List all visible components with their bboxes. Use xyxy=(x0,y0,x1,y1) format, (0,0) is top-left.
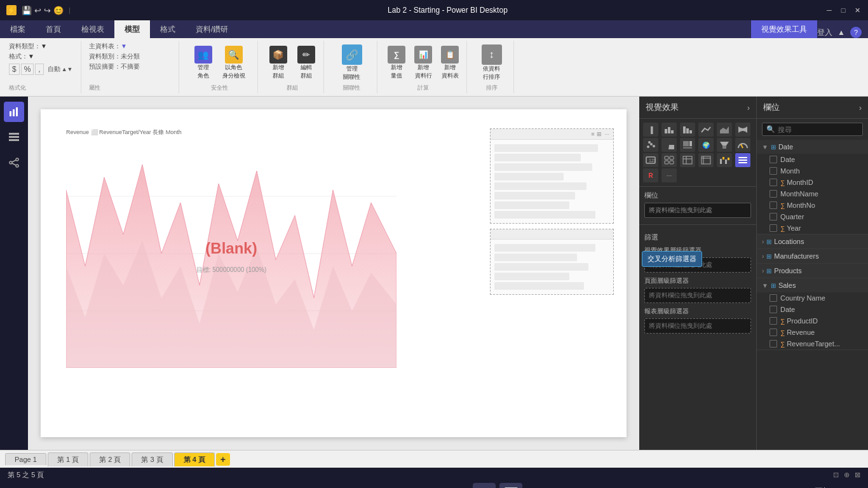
field-sales-revenue[interactable]: ∑ Revenue xyxy=(757,327,868,338)
sort-by-column-btn[interactable]: ↕ 依資料行排序 xyxy=(479,43,505,83)
close-btn[interactable]: ✕ xyxy=(853,6,862,15)
field-group-sales-header[interactable]: ▼ ⊞ Sales xyxy=(757,278,868,292)
taskbar-clock[interactable]: 下午 03:31 2017/2/15 xyxy=(815,486,849,489)
new-measure-btn[interactable]: ∑ 新增量值 xyxy=(385,44,408,81)
taskbar-spotify[interactable]: 🎵 xyxy=(313,483,336,488)
field-sales-countryname[interactable]: Country Name xyxy=(757,292,868,304)
viz-card[interactable]: 123 xyxy=(643,153,658,167)
field-checkbox[interactable] xyxy=(770,167,777,175)
page-filter-drop[interactable]: 將資料欄位拖曳到此處 xyxy=(644,288,751,303)
viz-slicer[interactable] xyxy=(735,153,750,167)
tab-visual-tools[interactable]: 視覺效果工具 xyxy=(751,20,817,38)
viz-gauge[interactable] xyxy=(735,138,750,152)
field-checkbox[interactable] xyxy=(770,224,777,232)
taskbar-onenote[interactable]: ✍ xyxy=(419,483,442,488)
tab-page4[interactable]: 第 3 頁 xyxy=(132,452,172,466)
field-checkbox[interactable] xyxy=(770,201,777,209)
tab-model[interactable]: 模型 xyxy=(114,20,150,38)
redo-icon[interactable]: ↪ xyxy=(44,6,51,15)
viz-scatter[interactable] xyxy=(643,138,658,152)
field-date-monthno[interactable]: ∑ MonthNo xyxy=(757,200,868,211)
manage-role-btn[interactable]: 👥 管理角色 xyxy=(192,44,215,81)
field-checkbox[interactable] xyxy=(770,179,777,186)
field-date-monthname[interactable]: MonthName xyxy=(757,188,868,200)
new-group-btn[interactable]: 📦 新增群組 xyxy=(267,44,290,81)
field-group-products-header[interactable]: › ⊞ Products xyxy=(757,264,868,278)
taskbar-laptop[interactable]: 💻 xyxy=(446,483,469,488)
report-filter-drop[interactable]: 將資料欄位拖曳到此處 xyxy=(644,318,751,334)
tab-format[interactable]: 格式 xyxy=(150,20,186,38)
expand-icon[interactable]: ▲ xyxy=(837,28,845,37)
edit-group-btn[interactable]: ✏ 編輯群組 xyxy=(295,44,318,81)
field-checkbox[interactable] xyxy=(770,306,777,313)
viz-clustered-bar[interactable] xyxy=(661,123,677,137)
viz-more[interactable]: ··· xyxy=(661,168,677,182)
viz-treemap[interactable] xyxy=(680,138,695,152)
viz-ribbon-chart[interactable] xyxy=(735,123,750,137)
taskbar-word[interactable]: W xyxy=(473,483,496,488)
task-view-btn[interactable]: ⧉ xyxy=(62,484,84,488)
slicer-grid-icon[interactable]: ⊞ xyxy=(597,131,602,137)
tab-data[interactable]: 資料/鑽研 xyxy=(186,20,238,38)
view-as-role-btn[interactable]: 🔍 以角色身分檢視 xyxy=(220,44,248,81)
viz-panel-expand[interactable]: › xyxy=(747,103,750,112)
undo-icon[interactable]: ↩ xyxy=(34,6,41,15)
field-sales-revenuetarget[interactable]: ∑ RevenueTarget... xyxy=(757,338,868,349)
save-icon[interactable]: 💾 xyxy=(22,6,32,15)
taskbar-powerbi[interactable]: 📊 xyxy=(499,483,522,488)
field-checkbox[interactable] xyxy=(770,317,777,325)
new-column-btn[interactable]: 📊 新增資料行 xyxy=(412,44,435,81)
field-date-month[interactable]: Month xyxy=(757,165,868,177)
viz-line-chart[interactable] xyxy=(698,123,714,137)
viz-table[interactable] xyxy=(680,153,695,167)
smiley-icon[interactable]: 😊 xyxy=(53,6,64,15)
tab-file[interactable]: 檔案 xyxy=(0,20,36,38)
field-group-date-header[interactable]: ▼ ⊞ Date xyxy=(757,140,868,154)
viz-col-chart[interactable] xyxy=(680,123,695,137)
viz-waterfall[interactable] xyxy=(717,153,732,167)
field-checkbox[interactable] xyxy=(770,340,777,348)
minimize-btn[interactable]: ─ xyxy=(825,6,834,15)
manage-relations-btn[interactable]: 🔗 管理關聯性 xyxy=(339,43,365,83)
tab-home[interactable]: 首頁 xyxy=(36,20,71,38)
field-checkbox[interactable] xyxy=(770,156,777,163)
zoom-fit-icon[interactable]: ⊠ xyxy=(855,471,860,479)
field-date-monthid[interactable]: ∑ MonthID xyxy=(757,177,868,188)
viz-multi-card[interactable] xyxy=(661,153,677,167)
taskbar-explorer[interactable]: 📁 xyxy=(366,483,389,488)
tab-page3[interactable]: 第 2 頁 xyxy=(90,452,130,466)
viz-r-visual[interactable]: R xyxy=(643,168,658,182)
slicer-2[interactable] xyxy=(490,229,614,295)
viz-field-drop[interactable]: 將資料欄位拖曳到此處 xyxy=(644,203,751,218)
field-checkbox[interactable] xyxy=(770,190,777,198)
tab-page5[interactable]: 第 4 頁 xyxy=(174,452,215,466)
login-btn[interactable]: 登入 xyxy=(817,27,832,38)
filter-icon[interactable]: ⊡ xyxy=(833,471,839,479)
focus-icon[interactable]: ⊕ xyxy=(844,471,850,479)
field-group-manufacturers-header[interactable]: › ⊞ Manufacturers xyxy=(757,249,868,263)
maximize-btn[interactable]: □ xyxy=(839,6,848,15)
slicer-more-icon[interactable]: ··· xyxy=(604,131,609,137)
viz-funnel[interactable] xyxy=(717,138,732,152)
viz-matrix[interactable] xyxy=(698,153,714,167)
new-table-btn[interactable]: 📋 新增資料表 xyxy=(438,44,461,81)
taskbar-browser-edge[interactable]: 🌐 xyxy=(393,483,416,488)
viz-map[interactable]: 🌍 xyxy=(698,138,714,152)
percent-btn[interactable]: % xyxy=(21,64,34,75)
comma-btn[interactable]: , xyxy=(35,64,43,75)
slicer-1[interactable]: ≡ ⊞ ··· xyxy=(490,128,614,224)
field-date-quarter[interactable]: Quarter xyxy=(757,211,868,222)
field-checkbox[interactable] xyxy=(770,329,777,336)
viz-stacked-bar[interactable]: ▐ xyxy=(643,123,658,137)
fields-search-input[interactable] xyxy=(778,126,858,133)
field-sales-productid[interactable]: ∑ ProductID xyxy=(757,315,868,327)
help-icon[interactable]: ? xyxy=(850,27,862,38)
viz-pie[interactable] xyxy=(661,138,677,152)
field-group-locations-header[interactable]: › ⊞ Locations xyxy=(757,234,868,248)
taskbar-store[interactable]: ⊞ xyxy=(339,483,362,488)
field-date-year[interactable]: ∑ Year xyxy=(757,222,868,234)
tab-page1[interactable]: Page 1 xyxy=(5,453,46,465)
viz-area-chart[interactable] xyxy=(717,123,732,137)
dollar-btn[interactable]: $ xyxy=(9,64,20,75)
format-stepper[interactable]: ▲▼ xyxy=(62,66,73,72)
